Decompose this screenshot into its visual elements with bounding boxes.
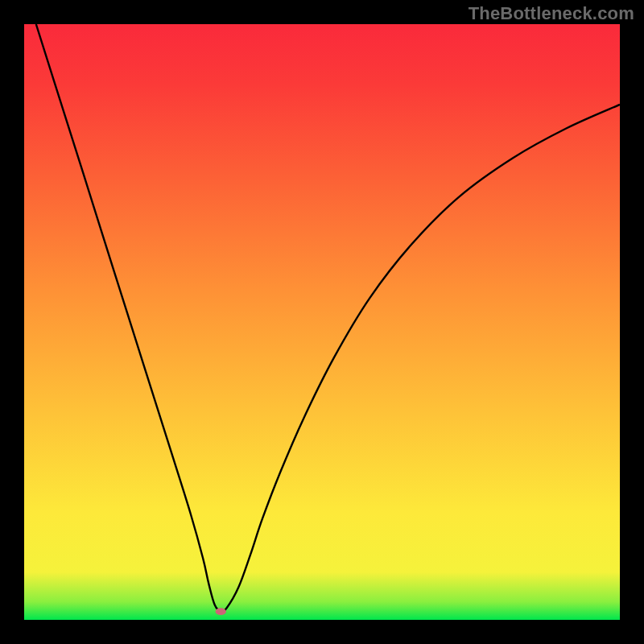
chart-frame bbox=[24, 24, 620, 620]
gradient-background bbox=[24, 24, 620, 620]
minimum-marker bbox=[216, 608, 226, 615]
watermark: TheBottleneck.com bbox=[469, 3, 634, 24]
bottleneck-chart bbox=[24, 24, 620, 620]
